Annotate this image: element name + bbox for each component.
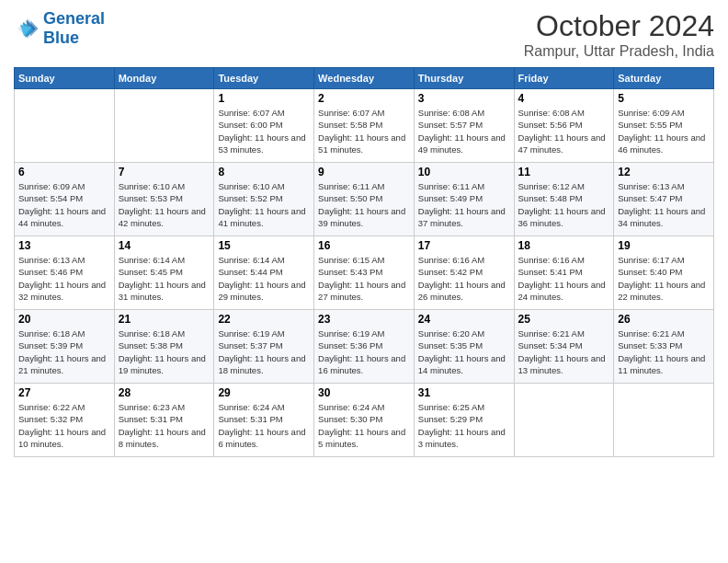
day-info: Sunrise: 6:20 AMSunset: 5:35 PMDaylight:… [418,327,510,376]
calendar-cell: 2Sunrise: 6:07 AMSunset: 5:58 PMDaylight… [314,89,415,163]
calendar-cell: 13Sunrise: 6:13 AMSunset: 5:46 PMDayligh… [15,236,115,310]
day-number: 25 [518,313,610,326]
calendar-cell [15,89,115,163]
day-number: 26 [618,313,710,326]
day-info: Sunrise: 6:10 AMSunset: 5:53 PMDaylight:… [119,180,210,229]
day-info: Sunrise: 6:16 AMSunset: 5:42 PMDaylight:… [418,254,510,303]
day-number: 28 [119,386,210,399]
day-info: Sunrise: 6:13 AMSunset: 5:46 PMDaylight:… [18,254,110,303]
day-info: Sunrise: 6:13 AMSunset: 5:47 PMDaylight:… [618,180,710,229]
day-number: 6 [18,166,110,178]
col-friday: Friday [514,68,614,89]
calendar-cell: 30Sunrise: 6:24 AMSunset: 5:30 PMDayligh… [314,384,415,457]
day-info: Sunrise: 6:21 AMSunset: 5:34 PMDaylight:… [518,327,610,376]
calendar-cell: 7Sunrise: 6:10 AMSunset: 5:53 PMDaylight… [114,163,214,236]
logo-icon [14,16,40,41]
day-info: Sunrise: 6:15 AMSunset: 5:43 PMDaylight:… [318,254,410,303]
calendar-cell: 20Sunrise: 6:18 AMSunset: 5:39 PMDayligh… [15,310,115,384]
calendar-header: Sunday Monday Tuesday Wednesday Thursday… [15,68,714,89]
logo: General Blue [14,9,105,48]
day-info: Sunrise: 6:08 AMSunset: 5:57 PMDaylight:… [418,107,510,155]
col-tuesday: Tuesday [214,68,314,89]
day-number: 21 [119,313,210,326]
month-title: October 2024 [524,9,714,43]
col-thursday: Thursday [414,68,514,89]
day-info: Sunrise: 6:21 AMSunset: 5:33 PMDaylight:… [618,327,710,376]
day-number: 17 [418,239,510,252]
day-number: 2 [318,92,410,105]
day-info: Sunrise: 6:09 AMSunset: 5:54 PMDaylight:… [18,180,110,229]
calendar-cell: 5Sunrise: 6:09 AMSunset: 5:55 PMDaylight… [614,89,714,163]
calendar-cell: 22Sunrise: 6:19 AMSunset: 5:37 PMDayligh… [214,310,314,384]
day-number: 19 [618,239,710,252]
calendar-cell: 18Sunrise: 6:16 AMSunset: 5:41 PMDayligh… [514,236,614,310]
day-info: Sunrise: 6:07 AMSunset: 6:00 PMDaylight:… [218,107,310,155]
calendar-cell: 17Sunrise: 6:16 AMSunset: 5:42 PMDayligh… [414,236,514,310]
col-saturday: Saturday [614,68,714,89]
day-number: 14 [119,239,210,252]
calendar-cell: 3Sunrise: 6:08 AMSunset: 5:57 PMDaylight… [414,89,514,163]
calendar: Sunday Monday Tuesday Wednesday Thursday… [14,67,714,457]
calendar-body: 1Sunrise: 6:07 AMSunset: 6:00 PMDaylight… [15,89,714,457]
calendar-cell: 31Sunrise: 6:25 AMSunset: 5:29 PMDayligh… [414,384,514,457]
day-number: 10 [418,166,510,178]
calendar-cell: 14Sunrise: 6:14 AMSunset: 5:45 PMDayligh… [114,236,214,310]
calendar-cell: 6Sunrise: 6:09 AMSunset: 5:54 PMDaylight… [15,163,115,236]
day-number: 30 [318,386,410,399]
day-info: Sunrise: 6:16 AMSunset: 5:41 PMDaylight:… [518,254,610,303]
day-info: Sunrise: 6:23 AMSunset: 5:31 PMDaylight:… [119,401,210,450]
day-info: Sunrise: 6:07 AMSunset: 5:58 PMDaylight:… [318,107,410,155]
title-area: October 2024 Rampur, Uttar Pradesh, Indi… [524,9,714,60]
calendar-cell: 27Sunrise: 6:22 AMSunset: 5:32 PMDayligh… [15,384,115,457]
calendar-cell: 21Sunrise: 6:18 AMSunset: 5:38 PMDayligh… [114,310,214,384]
day-number: 1 [218,92,310,105]
day-number: 15 [218,239,310,252]
col-monday: Monday [114,68,214,89]
calendar-cell: 28Sunrise: 6:23 AMSunset: 5:31 PMDayligh… [114,384,214,457]
calendar-cell [614,384,714,457]
day-number: 22 [218,313,310,326]
calendar-cell: 26Sunrise: 6:21 AMSunset: 5:33 PMDayligh… [614,310,714,384]
day-number: 12 [618,166,710,178]
calendar-cell: 8Sunrise: 6:10 AMSunset: 5:52 PMDaylight… [214,163,314,236]
calendar-cell: 15Sunrise: 6:14 AMSunset: 5:44 PMDayligh… [214,236,314,310]
calendar-week-3: 20Sunrise: 6:18 AMSunset: 5:39 PMDayligh… [15,310,714,384]
calendar-cell: 1Sunrise: 6:07 AMSunset: 6:00 PMDaylight… [214,89,314,163]
day-number: 16 [318,239,410,252]
day-number: 20 [18,313,110,326]
day-number: 7 [119,166,210,178]
calendar-cell: 10Sunrise: 6:11 AMSunset: 5:49 PMDayligh… [414,163,514,236]
day-number: 29 [218,386,310,399]
day-number: 13 [18,239,110,252]
calendar-cell: 16Sunrise: 6:15 AMSunset: 5:43 PMDayligh… [314,236,415,310]
day-number: 4 [518,92,610,105]
day-info: Sunrise: 6:08 AMSunset: 5:56 PMDaylight:… [518,107,610,155]
day-info: Sunrise: 6:14 AMSunset: 5:45 PMDaylight:… [119,254,210,303]
day-info: Sunrise: 6:19 AMSunset: 5:36 PMDaylight:… [318,327,410,376]
calendar-week-4: 27Sunrise: 6:22 AMSunset: 5:32 PMDayligh… [15,384,714,457]
day-number: 31 [418,386,510,399]
day-info: Sunrise: 6:18 AMSunset: 5:39 PMDaylight:… [18,327,110,376]
calendar-cell [514,384,614,457]
day-info: Sunrise: 6:10 AMSunset: 5:52 PMDaylight:… [218,180,310,229]
page: General Blue October 2024 Rampur, Uttar … [0,0,728,563]
calendar-cell [114,89,214,163]
calendar-cell: 23Sunrise: 6:19 AMSunset: 5:36 PMDayligh… [314,310,415,384]
day-info: Sunrise: 6:14 AMSunset: 5:44 PMDaylight:… [218,254,310,303]
day-info: Sunrise: 6:11 AMSunset: 5:50 PMDaylight:… [318,180,410,229]
day-number: 18 [518,239,610,252]
calendar-cell: 25Sunrise: 6:21 AMSunset: 5:34 PMDayligh… [514,310,614,384]
calendar-week-1: 6Sunrise: 6:09 AMSunset: 5:54 PMDaylight… [15,163,714,236]
day-info: Sunrise: 6:24 AMSunset: 5:30 PMDaylight:… [318,401,410,450]
header: General Blue October 2024 Rampur, Uttar … [14,9,714,60]
day-info: Sunrise: 6:17 AMSunset: 5:40 PMDaylight:… [618,254,710,303]
col-sunday: Sunday [15,68,115,89]
logo-text: General Blue [43,9,105,48]
day-number: 23 [318,313,410,326]
day-number: 8 [218,166,310,178]
day-number: 24 [418,313,510,326]
calendar-week-2: 13Sunrise: 6:13 AMSunset: 5:46 PMDayligh… [15,236,714,310]
day-info: Sunrise: 6:18 AMSunset: 5:38 PMDaylight:… [119,327,210,376]
calendar-cell: 12Sunrise: 6:13 AMSunset: 5:47 PMDayligh… [614,163,714,236]
day-info: Sunrise: 6:25 AMSunset: 5:29 PMDaylight:… [418,401,510,450]
